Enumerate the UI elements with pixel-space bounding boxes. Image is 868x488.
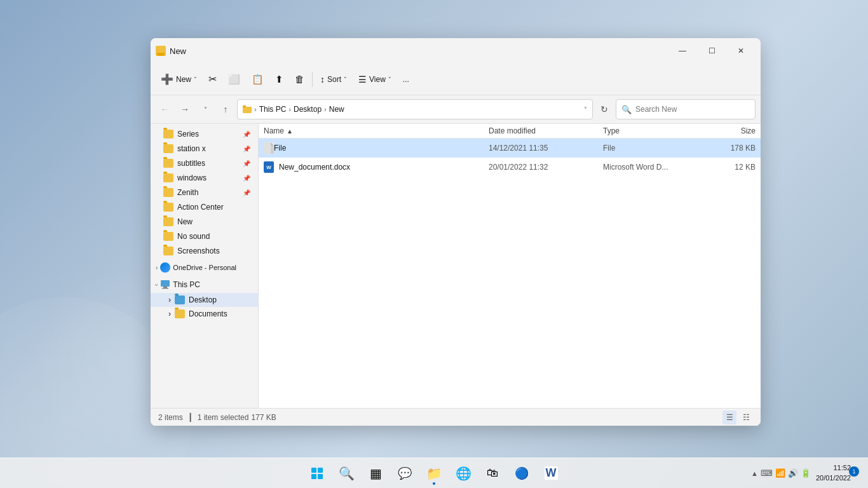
breadcrumb-thispc[interactable]: This PC	[259, 105, 287, 114]
svg-rect-6	[271, 146, 274, 154]
view-controls: ☰ ☷	[722, 410, 753, 424]
sidebar-desktop[interactable]: › Desktop	[151, 293, 258, 307]
sidebar-thispc[interactable]: › This PC	[151, 276, 258, 293]
folder-icon	[163, 173, 173, 182]
sidebar-onedrive[interactable]: › OneDrive - Personal	[151, 259, 258, 276]
file-type-docx: Microsoft Word D...	[603, 163, 705, 172]
notification-area[interactable]: ⦂ 1	[856, 468, 858, 479]
nav-dropdown-button[interactable]: ˅	[196, 100, 214, 118]
svg-rect-1	[243, 105, 246, 107]
pin-icon: 📌	[243, 189, 250, 196]
sidebar-item-series[interactable]: Series 📌	[153, 127, 255, 141]
sidebar-item-screenshots[interactable]: Screenshots	[153, 244, 255, 258]
column-type[interactable]: Type	[603, 126, 705, 135]
search-input[interactable]	[635, 105, 750, 114]
delete-button[interactable]: 🗑	[290, 71, 309, 88]
copy-button[interactable]: ⬜	[223, 71, 245, 88]
cut-button[interactable]: ✂	[203, 70, 222, 88]
folder-icon	[163, 144, 173, 153]
column-size[interactable]: Size	[705, 126, 756, 135]
breadcrumb-desktop[interactable]: Desktop	[294, 105, 322, 114]
teams-icon: 💬	[398, 466, 412, 480]
forward-button[interactable]: →	[176, 100, 194, 118]
store-icon: 🛍	[487, 466, 498, 480]
file-name-file: File	[274, 144, 489, 152]
sidebar-item-actioncenter[interactable]: Action Center	[153, 200, 255, 214]
edge-icon: 🌐	[456, 466, 471, 481]
copy-icon: ⬜	[228, 74, 240, 85]
sidebar-item-nosound[interactable]: No sound	[153, 229, 255, 243]
more-button[interactable]: ...	[398, 72, 414, 87]
grid-view-button[interactable]: ☷	[739, 410, 753, 424]
sidebar: Series 📌 station x 📌 subtitles 📌 windows…	[151, 124, 259, 408]
close-button[interactable]: ✕	[726, 41, 756, 61]
taskbar-right: ▲ ⌨ 📶 🔊 🔋 11:52 20/01/2022 ⦂ 1	[751, 463, 858, 483]
toolbar: ➕ New ˅ ✂ ⬜ 📋 ⬆ 🗑 ↕ Sort ˅ ☰ View ˅	[151, 64, 761, 95]
chrome-button[interactable]: 🔵	[509, 461, 534, 486]
store-button[interactable]: 🛍	[480, 461, 505, 486]
sort-button[interactable]: ↕ Sort ˅	[315, 71, 352, 88]
sidebar-item-stationx[interactable]: station x 📌	[153, 142, 255, 156]
file-type-file: File	[603, 144, 705, 152]
search-button[interactable]: 🔍	[334, 461, 359, 486]
minimize-button[interactable]: —	[668, 41, 697, 61]
taskbar-clock[interactable]: 11:52 20/01/2022	[816, 463, 851, 483]
keyboard-icon[interactable]: ⌨	[761, 468, 773, 478]
list-view-button[interactable]: ☰	[722, 410, 736, 424]
nav-bar: ← → ˅ ↑ › This PC › Desktop › New ˅ ↻ 🔍	[151, 95, 761, 124]
chevron-icon[interactable]: ▲	[751, 470, 758, 477]
onedrive-icon	[160, 262, 170, 273]
cut-icon: ✂	[208, 73, 217, 85]
sidebar-item-windows[interactable]: windows 📌	[153, 171, 255, 185]
view-icon: ☰	[358, 74, 367, 85]
pc-icon	[160, 280, 170, 289]
sidebar-item-subtitles[interactable]: subtitles 📌	[153, 156, 255, 170]
back-button[interactable]: ←	[156, 100, 173, 118]
folder-icon	[163, 203, 173, 212]
desktop-folder-icon	[175, 295, 185, 304]
column-date-modified[interactable]: Date modified	[489, 126, 603, 135]
clock-date: 20/01/2022	[816, 473, 851, 483]
column-name[interactable]: Name ▲	[264, 126, 489, 135]
wifi-icon[interactable]: 📶	[775, 468, 785, 478]
sidebar-item-zenith[interactable]: Zenith 📌	[153, 186, 255, 200]
teams-button[interactable]: 💬	[392, 461, 417, 486]
word-button[interactable]: W	[538, 461, 564, 486]
new-button[interactable]: ➕ New ˅	[156, 70, 202, 88]
address-bar[interactable]: › This PC › Desktop › New ˅	[237, 99, 593, 119]
sidebar-documents[interactable]: › Documents	[151, 307, 258, 321]
share-icon: ⬆	[275, 74, 283, 85]
file-row-docx[interactable]: W New_document.docx 20/01/2022 11:32 Mic…	[259, 158, 761, 177]
search-box[interactable]: 🔍	[616, 99, 756, 119]
file-row-file[interactable]: File 14/12/2021 11:35 File 178 KB	[259, 139, 761, 158]
new-icon: ➕	[161, 73, 173, 85]
folder-icon	[163, 217, 173, 226]
maximize-button[interactable]: ☐	[697, 41, 726, 61]
breadcrumb-new[interactable]: New	[329, 105, 344, 114]
window-controls: — ☐ ✕	[668, 41, 756, 61]
svg-rect-2	[161, 280, 170, 287]
sidebar-item-new[interactable]: New	[153, 215, 255, 229]
file-size-docx: 12 KB	[705, 163, 756, 172]
file-name-docx: New_document.docx	[274, 163, 489, 172]
folder-address-icon	[243, 105, 252, 113]
view-button[interactable]: ☰ View ˅	[353, 71, 397, 88]
start-button[interactable]	[304, 461, 330, 486]
files-button[interactable]: 📁	[421, 461, 447, 486]
delete-icon: 🗑	[295, 74, 304, 85]
refresh-button[interactable]: ↻	[595, 100, 613, 118]
system-tray: ▲ ⌨ 📶 🔊 🔋	[751, 468, 811, 478]
paste-button[interactable]: 📋	[247, 71, 269, 88]
taskbar: 🔍 ▦ 💬 📁 🌐 🛍 🔵 W ▲	[0, 458, 868, 488]
pin-icon: 📌	[243, 160, 250, 167]
volume-icon[interactable]: 🔊	[788, 468, 798, 478]
address-chevron-icon[interactable]: ˅	[584, 106, 587, 113]
widgets-button[interactable]: ▦	[363, 461, 388, 486]
battery-icon[interactable]: 🔋	[801, 468, 811, 478]
chrome-icon: 🔵	[515, 466, 529, 480]
edge-button[interactable]: 🌐	[451, 461, 476, 486]
pin-icon: 📌	[243, 175, 250, 182]
share-button[interactable]: ⬆	[270, 71, 288, 88]
up-button[interactable]: ↑	[217, 100, 234, 118]
docs-folder-icon	[175, 309, 185, 318]
